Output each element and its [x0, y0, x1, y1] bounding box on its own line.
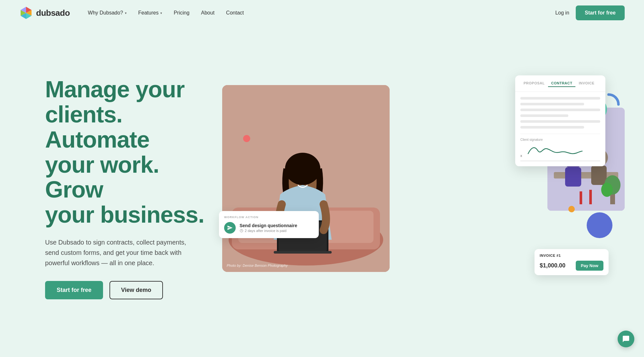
contract-body: Client signature x: [515, 92, 605, 166]
signature-label: Client signature: [520, 138, 600, 141]
svg-rect-27: [580, 191, 582, 204]
hero-left: Manage your clients. Automate your work.…: [45, 77, 213, 299]
contract-tabs: PROPOSAL CONTRACT INVOICE: [515, 75, 605, 92]
svg-rect-23: [591, 166, 607, 185]
chat-button[interactable]: [618, 331, 634, 347]
invoice-card: INVOICE #1 $1,000.00 Pay Now: [535, 249, 609, 275]
invoice-title: INVOICE #1: [540, 254, 603, 257]
logo-text: dubsado: [36, 8, 70, 18]
hero-section: Manage your clients. Automate your work.…: [0, 26, 644, 357]
hero-subtitle: Use Dubsado to sign contracts, collect p…: [45, 237, 200, 268]
nav-why[interactable]: Why Dubsado? ▾: [83, 7, 132, 18]
hero-demo-button[interactable]: View demo: [109, 281, 163, 299]
contract-tab[interactable]: CONTRACT: [548, 80, 576, 87]
chevron-down-icon: ▾: [160, 11, 162, 15]
svg-rect-28: [589, 190, 592, 204]
contract-card: PROPOSAL CONTRACT INVOICE Client signatu…: [515, 75, 605, 166]
chat-icon: [622, 335, 630, 343]
decorative-circle-blue: [587, 212, 612, 238]
hero-start-button[interactable]: Start for free: [45, 281, 103, 299]
nav-features[interactable]: Features ▾: [133, 7, 167, 18]
svg-rect-16: [274, 251, 332, 254]
person-illustration: [222, 85, 390, 272]
signature-svg: [525, 144, 583, 157]
workflow-send-icon: [224, 222, 236, 234]
signature-line: x: [520, 144, 600, 161]
hero-buttons: Start for free View demo: [45, 281, 213, 299]
svg-point-26: [601, 183, 613, 197]
proposal-tab[interactable]: PROPOSAL: [520, 80, 548, 87]
signature-area: Client signature x: [520, 134, 600, 161]
nav-right: Log in Start for free: [555, 5, 625, 20]
invoice-tab[interactable]: INVOICE: [575, 80, 598, 87]
nav-start-button[interactable]: Start for free: [576, 5, 625, 20]
invoice-pay-button[interactable]: Pay Now: [576, 261, 603, 271]
logo[interactable]: dubsado: [19, 6, 70, 20]
chevron-down-icon: ▾: [125, 11, 127, 15]
contract-line: [520, 126, 584, 129]
decorative-circle-orange: [568, 206, 575, 212]
logo-icon: [19, 6, 33, 20]
contract-line: [520, 120, 600, 123]
contract-line: [520, 114, 568, 117]
hero-right: Photo by: Denise Benson Photography: [213, 75, 625, 301]
photo-credit: Photo by: Denise Benson Photography: [227, 264, 288, 267]
hero-title: Manage your clients. Automate your work.…: [45, 77, 213, 227]
login-link[interactable]: Log in: [555, 10, 569, 16]
navbar: dubsado Why Dubsado? ▾ Features ▾ Pricin…: [0, 0, 644, 26]
invoice-row: $1,000.00 Pay Now: [540, 261, 603, 271]
nav-contact[interactable]: Contact: [221, 7, 249, 18]
clock-icon: [240, 229, 243, 233]
svg-rect-21: [565, 167, 581, 187]
decorative-circle-pink: [243, 135, 250, 142]
workflow-action-timing: 2 days after invoice is paid: [240, 229, 297, 233]
nav-pricing[interactable]: Pricing: [168, 7, 194, 18]
contract-line: [520, 97, 600, 100]
workflow-card: WORKFLOW ACTION Send design questionnair…: [219, 211, 319, 238]
workflow-label: WORKFLOW ACTION: [224, 216, 314, 219]
workflow-action: Send design questionnaire 2 days after i…: [224, 222, 314, 234]
nav-links: Why Dubsado? ▾ Features ▾ Pricing About …: [83, 7, 555, 18]
nav-about[interactable]: About: [196, 7, 220, 18]
invoice-amount: $1,000.00: [540, 262, 565, 269]
workflow-action-title: Send design questionnaire: [240, 223, 297, 228]
contract-line: [520, 109, 600, 111]
contract-line: [520, 103, 584, 105]
svg-point-13: [285, 153, 320, 185]
hero-main-photo: Photo by: Denise Benson Photography: [222, 85, 390, 272]
